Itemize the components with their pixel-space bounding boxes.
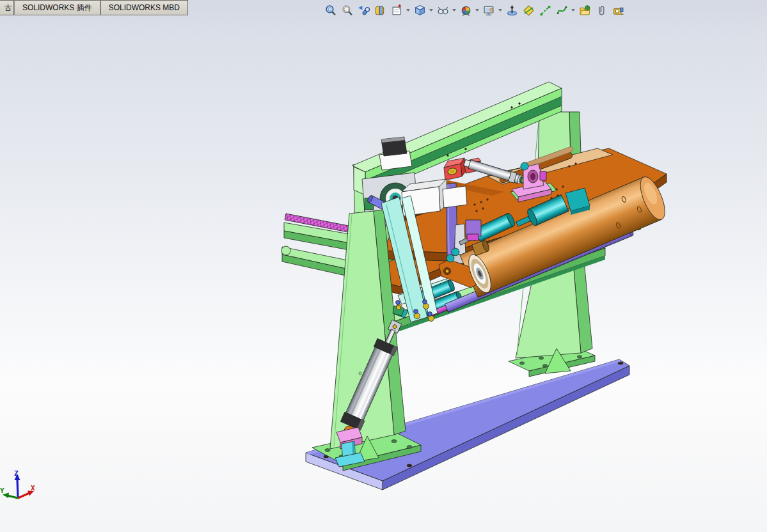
- spline-tool-dropdown[interactable]: [570, 3, 576, 17]
- attachments-icon[interactable]: [594, 3, 608, 17]
- edit-appearance-icon[interactable]: [459, 3, 473, 17]
- hide-show-items-icon[interactable]: [436, 3, 450, 17]
- zoom-to-fit-icon[interactable]: [323, 3, 337, 17]
- display-style-icon[interactable]: [413, 3, 427, 17]
- measure-icon[interactable]: [611, 3, 625, 17]
- triad-x-axis: X: [18, 484, 35, 498]
- hide-show-items-dropdown[interactable]: [451, 3, 457, 17]
- triad-y-label: Y: [0, 487, 4, 495]
- triad-y-axis: Y: [0, 487, 18, 498]
- solidworks-viewport: 古 SOLIDWORKS 插件 SOLIDWORKS MBD: [0, 0, 767, 532]
- orientation-triad: Z X Y: [0, 469, 45, 513]
- display-style-dropdown[interactable]: [428, 3, 434, 17]
- zoom-to-area-icon[interactable]: [340, 3, 354, 17]
- previous-view-icon[interactable]: [356, 3, 370, 17]
- open-recent-icon[interactable]: [578, 3, 592, 17]
- apply-scene-dropdown[interactable]: [497, 3, 503, 17]
- view-orientation-dropdown[interactable]: [405, 3, 411, 17]
- view-orientation-icon[interactable]: [390, 3, 404, 17]
- temporary-axes-icon[interactable]: [538, 3, 552, 17]
- spline-tool-icon[interactable]: [555, 3, 569, 17]
- edit-appearance-dropdown[interactable]: [474, 3, 480, 17]
- command-manager-tabs: 古 SOLIDWORKS 插件 SOLIDWORKS MBD: [0, 0, 188, 15]
- part-motor-block[interactable]: [379, 137, 412, 170]
- apply-scene-icon[interactable]: [482, 3, 496, 17]
- model-viewport[interactable]: [0, 0, 767, 532]
- view-settings-icon[interactable]: [505, 3, 519, 17]
- heads-up-toolbar: [322, 3, 626, 17]
- section-view-icon[interactable]: [373, 3, 387, 17]
- tab-solidworks-addins[interactable]: SOLIDWORKS 插件: [14, 0, 100, 15]
- triad-z-label: Z: [14, 469, 19, 478]
- tab-partial[interactable]: 古: [0, 0, 14, 15]
- tab-solidworks-mbd[interactable]: SOLIDWORKS MBD: [100, 0, 188, 15]
- triad-z-axis: Z: [14, 469, 20, 498]
- triad-x-label: X: [31, 484, 35, 492]
- reference-plane-icon[interactable]: [521, 3, 535, 17]
